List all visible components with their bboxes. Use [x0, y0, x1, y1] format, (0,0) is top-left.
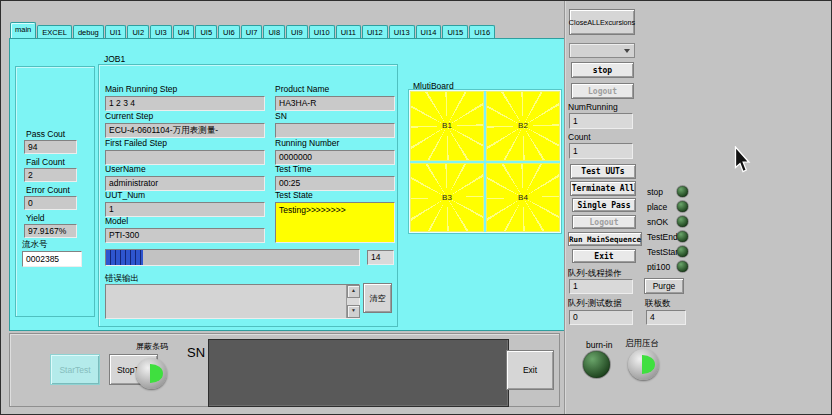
barcode-mask-toggle[interactable]: [136, 358, 167, 389]
sn-display-label: SN: [187, 347, 205, 358]
board-count-label: 联板数: [645, 298, 671, 309]
led-teststart-icon: [677, 246, 688, 257]
start-test-button[interactable]: StarTest: [50, 354, 100, 385]
user-name-label: UserName: [105, 164, 146, 175]
main-tab-page: Pass Cout 94 Fail Count 2 Error Count 0 …: [9, 38, 566, 331]
scroll-down-icon[interactable]: ▼: [347, 305, 360, 318]
error-count-label: Error Count: [26, 185, 70, 196]
queue-thread-label: 队列-线程操作: [568, 268, 622, 279]
tab-ui9[interactable]: UI9: [286, 25, 308, 38]
progress-bar-fill: [106, 250, 143, 265]
tab-ui8[interactable]: UI8: [263, 25, 285, 38]
tab-excel[interactable]: EXCEL: [37, 25, 72, 38]
pass-count-label: Pass Cout: [26, 129, 65, 140]
num-running-label: NumRunning: [568, 102, 618, 113]
led-teststart-label: TestStart: [647, 247, 681, 258]
serial-number-input[interactable]: 0002385: [22, 251, 82, 267]
multiboard-grid: B1 B2 B3 B4: [409, 90, 561, 233]
scroll-up-icon[interactable]: ▲: [347, 285, 360, 298]
serial-number-label: 流水号: [22, 239, 48, 250]
clear-error-button[interactable]: 清空: [363, 283, 392, 313]
main-running-step-label: Main Running Step: [105, 84, 177, 95]
chevron-down-icon: [624, 49, 630, 56]
model-label: Model: [105, 216, 128, 227]
board-cell-b4[interactable]: B4: [486, 163, 560, 233]
tab-ui12[interactable]: UI12: [362, 25, 388, 38]
led-place-label: place: [647, 202, 667, 213]
uut-num-field: 1: [105, 202, 265, 217]
error-output-label: 错误输出: [105, 273, 139, 284]
board-cell-b1[interactable]: B1: [410, 91, 484, 161]
fail-count-field: 2: [24, 168, 77, 182]
board-cell-b2[interactable]: B2: [486, 91, 560, 161]
board-count-field[interactable]: 4: [646, 310, 686, 325]
close-all-excursions-button[interactable]: CloseALLExcursions: [569, 9, 635, 35]
tab-ui16[interactable]: UI16: [469, 25, 495, 38]
excursion-dropdown[interactable]: [569, 43, 635, 58]
error-output-scrollbar[interactable]: ▲ ▼: [346, 285, 359, 318]
sn-field: [275, 123, 395, 138]
test-state-field: Testing>>>>>>>>: [275, 202, 395, 243]
single-pass-button[interactable]: Single Pass: [572, 198, 636, 212]
tab-ui5[interactable]: UI5: [195, 25, 217, 38]
model-field: PTI-300: [105, 228, 265, 243]
tab-main[interactable]: main: [10, 22, 36, 38]
led-pti100-icon: [677, 261, 688, 272]
tab-ui7[interactable]: UI7: [241, 25, 263, 38]
test-state-label: Test State: [275, 190, 313, 201]
queue-test-field[interactable]: 0: [569, 310, 633, 325]
tab-ui11[interactable]: UI11: [336, 25, 361, 38]
test-time-field: 00:25: [275, 176, 395, 191]
stop-button[interactable]: stop: [571, 62, 634, 78]
run-main-sequence-button[interactable]: Run MainSequence: [568, 232, 642, 246]
current-step-field: ECU-4-0601104-万用表测量-: [105, 123, 265, 138]
app-window: main EXCEL debug UI1 UI2 UI3 UI4 UI5 UI6…: [0, 0, 832, 415]
toggle-green-icon: [642, 355, 655, 375]
terminate-all-button[interactable]: Terminate All: [570, 181, 636, 196]
user-name-field: administrator: [105, 176, 265, 191]
count-field[interactable]: 1: [569, 143, 633, 159]
led-snok-icon: [677, 216, 688, 227]
test-uuts-button[interactable]: Test UUTs: [570, 164, 636, 179]
logout-button[interactable]: Logout: [571, 83, 634, 99]
sn-display-box: [208, 339, 509, 407]
tab-ui13[interactable]: UI13: [389, 25, 415, 38]
led-testend-icon: [677, 231, 688, 242]
board-cell-b3[interactable]: B3: [410, 163, 484, 233]
logout-button-2[interactable]: Logout: [572, 215, 636, 229]
bottom-panel: StarTest StopTest 屏蔽条码 SN Exit: [9, 333, 560, 407]
tab-ui6[interactable]: UI6: [218, 25, 240, 38]
tab-ui14[interactable]: UI14: [416, 25, 442, 38]
current-step-label: Current Step: [105, 111, 153, 122]
num-running-field[interactable]: 1: [569, 113, 633, 129]
exit-button-panel[interactable]: Exit: [572, 249, 636, 263]
error-output-textarea[interactable]: ▲ ▼: [105, 284, 360, 319]
purge-button[interactable]: Purge: [644, 278, 684, 294]
tab-ui3[interactable]: UI3: [150, 25, 172, 38]
product-name-label: Product Name: [275, 84, 329, 95]
toggle-green-icon: [150, 364, 163, 384]
queue-thread-field[interactable]: 1: [569, 279, 633, 294]
yield-label: Yield: [26, 213, 45, 224]
product-name-field: HA3HA-R: [275, 96, 395, 111]
error-count-field: 0: [24, 196, 77, 210]
press-enable-toggle[interactable]: [628, 349, 659, 380]
tab-ui4[interactable]: UI4: [173, 25, 195, 38]
progress-value-field: 14: [367, 250, 394, 265]
first-failed-step-field: [105, 150, 265, 165]
tab-bar: main EXCEL debug UI1 UI2 UI3 UI4 UI5 UI6…: [10, 22, 496, 38]
first-failed-step-label: First Failed Step: [105, 138, 167, 149]
tab-debug[interactable]: debug: [73, 25, 104, 38]
tab-ui15[interactable]: UI15: [442, 25, 468, 38]
progress-bar: [105, 249, 360, 266]
press-enable-label: 启用压台: [625, 338, 659, 349]
job-frame-title: JOB1: [102, 54, 127, 64]
main-running-step-field: 1 2 3 4: [105, 96, 265, 111]
tab-ui1[interactable]: UI1: [105, 25, 127, 38]
pass-count-field: 94: [24, 140, 77, 154]
led-place-icon: [677, 201, 688, 212]
tab-ui2[interactable]: UI2: [127, 25, 149, 38]
led-snok-label: snOK: [647, 217, 668, 228]
tab-ui10[interactable]: UI10: [309, 25, 335, 38]
exit-button[interactable]: Exit: [506, 350, 554, 390]
